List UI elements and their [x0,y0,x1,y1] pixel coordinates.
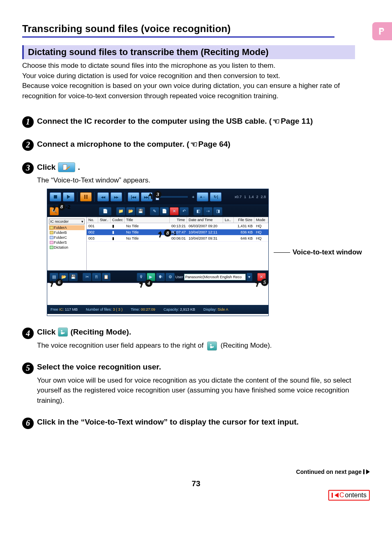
copy-button[interactable]: ⎘ [92,273,101,281]
step-number-1: 1 [22,116,34,128]
file-list[interactable]: No. Star.. Codec Title Time Date and Tim… [87,217,268,270]
step-6-heading: Click in the “Voice-to-Text window” to d… [37,418,299,427]
step-number-2: 2 [22,139,34,151]
step-5-heading: Select the voice recognition user. [37,362,161,372]
folder-tree[interactable]: IC recorder▾ FolderA FolderB FolderC Fol… [47,217,87,270]
repeat-button[interactable]: ↻| [210,192,221,201]
open-note-button[interactable]: 📂 [59,273,68,281]
step-3-heading: Click . [37,162,80,172]
voice-to-text-button-icon [58,162,75,172]
step-number-3: 3 [22,162,34,174]
pr-badge [372,22,392,40]
intro-text: Choose this mode to dictate sound files … [22,61,355,102]
contents-link[interactable]: CContentsontents [328,490,370,501]
cut-button[interactable]: ✂ [83,273,91,281]
reciting-mode-icon [207,342,217,351]
transcribe-mode-button[interactable]: ▶ [147,273,155,281]
settings-button[interactable]: ⚙ [166,273,174,281]
user-dropdown-button[interactable]: ▾ [247,273,252,281]
pointer-icon: ☞ [190,139,198,149]
play-button[interactable] [63,192,74,201]
repeat-ab-button[interactable]: A↔ [197,192,208,201]
note-toolbar: ▤ 📂 💾 ✂ ⎘ 📋 🎙 ▶ 🗣 ⚙ U [47,270,268,283]
list-row[interactable]: 003▮ No Title00:06:01 10/04/2007 09:31 6… [87,235,268,242]
stop-button[interactable] [50,192,61,201]
step-4-body: The voice recognition user field appears… [37,341,353,351]
skip-back-button[interactable]: |◂◂ [128,192,139,201]
page-number: 73 [22,479,370,488]
voice-to-text-editor[interactable] [47,283,268,305]
step-2-heading: Connect a microphone to the computer. (☞… [37,139,231,149]
list-row[interactable]: 002▮ No Title00:07:47 10/04/2007 12:11 8… [87,229,268,235]
step-1-heading: Connect the IC recorder to the computer … [37,116,313,126]
tree-item[interactable]: Dictation [49,245,85,250]
leader-line [274,252,290,253]
step-number-5: 5 [22,362,34,374]
paste-button[interactable]: 📋 [102,273,111,281]
page-title: Transcribing sound files (voice recognit… [22,23,231,35]
step-number-6: 6 [22,418,34,429]
tree-item[interactable]: FolderB [49,230,85,235]
voice-to-text-window-label: Voice-to-text window [293,248,362,256]
continued-label: Continued on next page [22,469,370,475]
split-left-button[interactable]: ◧ [194,207,203,215]
undo-button[interactable]: ↶ [180,207,189,215]
subsection-heading: Dictating sound files to transcribe them… [22,45,355,59]
step-5-body: Your own voice will be used for voice re… [37,376,353,406]
folder-down-button[interactable]: 📂 [126,207,135,215]
pointer-icon: ☞ [272,116,280,126]
forward-button[interactable]: ▸▸ [111,192,122,201]
tree-item[interactable]: FolderA [49,225,85,230]
user-label: User [175,275,183,279]
tree-item[interactable]: FolderS [49,240,85,245]
search-mode-button[interactable]: 🔍 [50,207,59,215]
step-3-body: The “Voice-to-Text window” appears. [37,175,353,186]
step-number-4: 4 [22,328,34,339]
divider [22,36,334,38]
delete-button[interactable]: ✕ [170,207,179,215]
pause-button[interactable] [80,192,92,201]
main-toolbar: 🔍 📄 📁 📂 💾 ✎ 📄 ✕ ↶ [47,205,268,217]
reciting-mode-icon [58,328,68,337]
step-4-heading: Click (Reciting Mode). [37,328,131,337]
playback-toolbar: ◂◂ ▸▸ |◂◂ ▸▸| + A↔ ↻| x0.7 1 1.4 [47,189,268,205]
status-bar: Free IC: 117 MB Number of files: 3 ( 3 )… [47,305,268,314]
user-select[interactable] [184,274,246,280]
app-screenshot: ◂◂ ▸▸ |◂◂ ▸▸| + A↔ ↻| x0.7 1 1.4 [47,189,269,316]
tree-item[interactable]: FolderC [49,235,85,240]
split-right-button[interactable]: ◨ [213,207,222,215]
save-note-button[interactable]: 💾 [69,273,78,281]
rewind-button[interactable]: ◂◂ [97,192,109,201]
list-header: No. Star.. Codec Title Time Date and Tim… [87,217,268,223]
reciting-mode-button[interactable]: 🗣 [156,273,165,281]
list-row[interactable]: 001▮ No Title00:13:21 06/03/2007 09:20 1… [87,223,268,229]
close-panel-button[interactable]: ✕ [257,273,266,281]
speed-scale: x0.7 1 1.4 2 2.8 [235,195,266,199]
plus-icon: + [191,194,195,199]
folder-up-button[interactable]: 📁 [116,207,125,215]
seek-slider[interactable] [156,196,188,198]
skip-fwd-button[interactable]: ▸▸| [141,192,152,201]
edit-button[interactable]: ✎ [150,207,159,215]
voice-to-text-button[interactable]: 📄 [99,207,111,215]
save-button[interactable]: 💾 [136,207,145,215]
record-button[interactable]: 🎙 [137,273,145,281]
merge-button[interactable]: ⇢ [203,207,212,215]
new-note-button[interactable]: ▤ [50,273,58,281]
new-file-button[interactable]: 📄 [160,207,169,215]
